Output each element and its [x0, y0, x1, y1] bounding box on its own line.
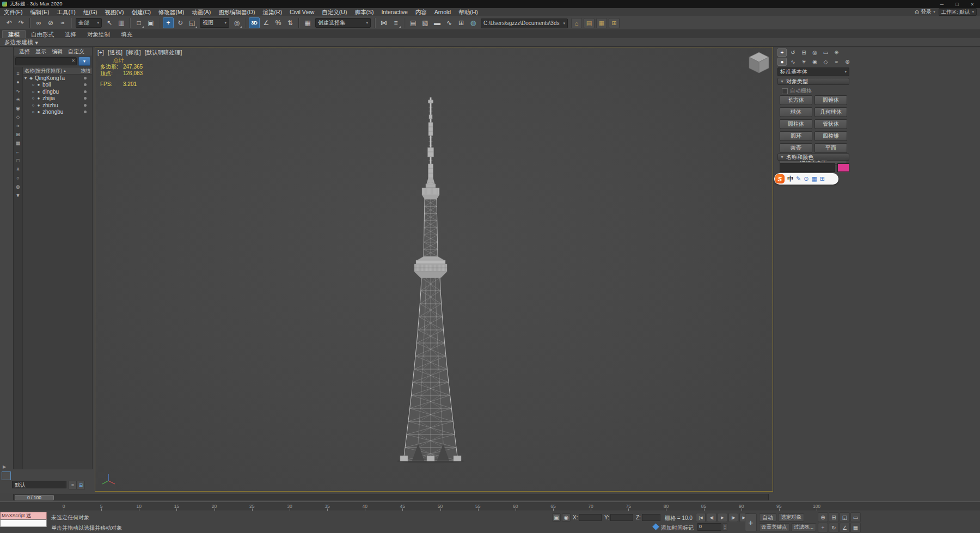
- list-view-button[interactable]: ≡: [69, 481, 77, 489]
- add-time-tag[interactable]: 添加时间标记: [661, 524, 694, 532]
- maxscript-mini-listener[interactable]: [0, 519, 47, 527]
- menu-item-tools[interactable]: 工具(T): [53, 8, 79, 16]
- menu-item-animation[interactable]: 动画(A): [188, 8, 215, 16]
- go-to-start-button[interactable]: |◀: [696, 513, 706, 522]
- zoom-icon[interactable]: ⊕: [818, 512, 828, 522]
- workspace-select[interactable]: 工作区: 默认 ▾: [939, 8, 977, 16]
- object-type-rollout-header[interactable]: ▼ 对象类型: [777, 78, 849, 85]
- named-selection-sets-select[interactable]: 创建选择集▾: [315, 18, 371, 28]
- plane-button[interactable]: 平面: [814, 143, 847, 153]
- left-tray-expand-icon[interactable]: ▶: [3, 464, 6, 469]
- file-link-manager-icon[interactable]: ▦: [596, 18, 607, 28]
- minimize-button[interactable]: ─: [934, 0, 950, 8]
- tree-node-zhizhu[interactable]: ○●zhizhu: [23, 102, 92, 109]
- display-tab-icon[interactable]: ▭: [821, 48, 830, 57]
- explorer-display-shapes-icon[interactable]: ∿: [15, 88, 22, 94]
- ime-mic-icon[interactable]: ⊙: [804, 173, 808, 185]
- data-exchange-icon[interactable]: ⊞: [609, 18, 620, 28]
- selection-set-field[interactable]: 默认: [12, 481, 66, 488]
- ribbon-tab-2[interactable]: 选择: [59, 30, 82, 38]
- ribbon-tab-4[interactable]: 填充: [115, 30, 138, 38]
- menu-item-file[interactable]: 文件(F): [0, 8, 26, 16]
- edit-named-selection-sets-icon[interactable]: ▦: [302, 17, 313, 28]
- key-mode-select[interactable]: 选定对象: [778, 513, 804, 522]
- explorer-menu-customize[interactable]: 自定义: [65, 47, 87, 56]
- name-color-rollout-header[interactable]: ▼ 名称和颜色: [777, 154, 849, 161]
- explorer-menu-display[interactable]: 显示: [33, 47, 49, 56]
- explorer-display-lights-icon[interactable]: ☀: [15, 96, 22, 103]
- time-slider-handle[interactable]: 0 / 100: [15, 495, 54, 500]
- pan-icon[interactable]: +: [818, 523, 828, 532]
- reference-coordinate-select[interactable]: 视图▾: [200, 18, 229, 28]
- explorer-display-spacewarps-icon[interactable]: ≈: [15, 122, 22, 129]
- viewport-menu-pov[interactable]: [透视]: [108, 49, 122, 57]
- spinner-snap-icon[interactable]: ⇅: [285, 17, 296, 28]
- explorer-display-frozen-icon[interactable]: ✳: [15, 166, 22, 173]
- view-cube[interactable]: [746, 50, 771, 77]
- use-pivot-center-icon[interactable]: ◎: [231, 17, 242, 28]
- object-color-swatch[interactable]: [837, 163, 849, 172]
- explorer-display-geometry-icon[interactable]: ●: [15, 79, 22, 85]
- menu-item-graph-editors[interactable]: 图形编辑器(D): [215, 8, 259, 16]
- expand-icon[interactable]: ▼: [23, 76, 28, 80]
- visibility-icon[interactable]: ○: [30, 89, 36, 94]
- close-button[interactable]: ×: [965, 0, 980, 8]
- explorer-display-hidden-icon[interactable]: ○: [15, 175, 22, 181]
- grid-view-button[interactable]: ⊞: [77, 481, 85, 489]
- angle-snap-icon[interactable]: ∠: [261, 17, 272, 28]
- toggle-layer-explorer-icon[interactable]: ▧: [420, 17, 431, 28]
- box-button[interactable]: 长方体: [780, 95, 812, 105]
- viewport-menu-style[interactable]: [标准]: [126, 49, 141, 57]
- ribbon-tab-1[interactable]: 自由形式: [26, 30, 59, 38]
- sphere-button[interactable]: 球体: [780, 107, 812, 117]
- geometry-category-icon[interactable]: ●: [777, 58, 787, 66]
- viewport[interactable]: [+] [透视] [标准] [默认明暗处理] 总计 多边形:247,365 顶点…: [95, 47, 773, 492]
- geosphere-button[interactable]: 几何球体: [814, 107, 847, 117]
- x-coordinate-field[interactable]: [579, 514, 602, 521]
- window-crossing-icon[interactable]: ▣: [145, 17, 156, 28]
- tube-button[interactable]: 管状体: [814, 119, 847, 129]
- sogou-logo-icon[interactable]: S: [775, 174, 785, 183]
- isolate-selection-icon[interactable]: ▣: [552, 513, 561, 522]
- ime-toolbox-icon[interactable]: ⊞: [820, 173, 825, 185]
- frozen-dot-icon[interactable]: [84, 104, 87, 107]
- ribbon-tab-3[interactable]: 对象绘制: [82, 30, 115, 38]
- maxscript-macro-recorder[interactable]: MAXScript 迷: [0, 512, 47, 519]
- select-object-icon[interactable]: ↖: [104, 17, 115, 28]
- select-and-link-icon[interactable]: ∞: [33, 17, 44, 28]
- explorer-sort-icon[interactable]: ≡: [15, 70, 22, 77]
- create-tab-icon[interactable]: +: [777, 48, 787, 57]
- viewport-menu-general[interactable]: [+]: [97, 49, 104, 57]
- frozen-dot-icon[interactable]: [84, 77, 87, 79]
- set-key-button[interactable]: +: [745, 513, 757, 531]
- ime-pen-icon[interactable]: ✎: [796, 173, 801, 185]
- unlink-selection-icon[interactable]: ⊘: [45, 17, 56, 28]
- systems-category-icon[interactable]: ⊛: [843, 58, 852, 66]
- cameras-category-icon[interactable]: ◉: [810, 58, 819, 66]
- visibility-icon[interactable]: ○: [30, 82, 36, 87]
- frozen-dot-icon[interactable]: [84, 83, 87, 86]
- y-coordinate-field[interactable]: [610, 514, 633, 521]
- explorer-filter-combinations-icon[interactable]: ▼: [15, 192, 22, 199]
- select-by-name-icon[interactable]: ▥: [116, 17, 127, 28]
- explorer-display-xrefs-icon[interactable]: ▦: [15, 140, 22, 146]
- project-path-select[interactable]: C:\Users\sgzzz\Documents\3ds Max 2020 ▾: [481, 19, 568, 28]
- menu-item-interactive[interactable]: Interactive: [377, 8, 411, 16]
- ime-keyboard-icon[interactable]: ▦: [811, 173, 817, 185]
- lights-category-icon[interactable]: ☀: [799, 58, 808, 66]
- menu-item-group[interactable]: 组(G): [79, 8, 101, 16]
- cone-button[interactable]: 圆锥体: [814, 95, 847, 105]
- explorer-column-header[interactable]: 名称(按升序排序) ▲ 冻结: [23, 67, 92, 75]
- explorer-menu-select[interactable]: 选择: [16, 47, 33, 56]
- selection-filter-select[interactable]: 全部▾: [76, 18, 102, 28]
- frozen-dot-icon[interactable]: [84, 90, 87, 93]
- bind-to-space-warp-icon[interactable]: ≈: [57, 17, 68, 28]
- tree-node-boli[interactable]: ○●boli: [23, 82, 92, 89]
- hierarchy-tab-icon[interactable]: ⊞: [799, 48, 808, 57]
- torus-button[interactable]: 圆环: [780, 131, 812, 141]
- ribbon-tab-0[interactable]: 建模: [2, 30, 26, 38]
- snap-toggle-3d-icon[interactable]: 3D: [249, 17, 260, 28]
- viewport-layout-tab[interactable]: [2, 471, 11, 480]
- tree-node-QingKongTa[interactable]: ▼◈QingKongTa: [23, 75, 92, 82]
- curve-editor-icon[interactable]: ∿: [444, 17, 455, 28]
